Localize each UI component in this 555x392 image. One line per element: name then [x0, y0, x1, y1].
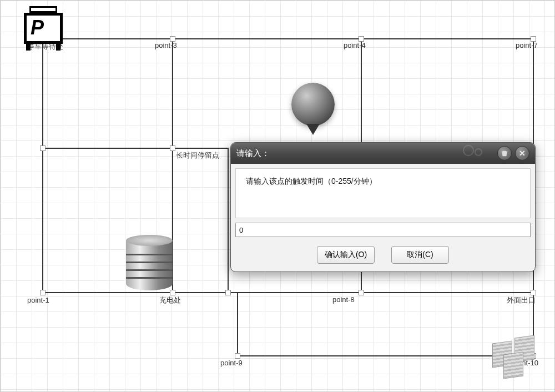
map-edge: [237, 292, 238, 356]
parking-icon: P: [18, 6, 68, 51]
dialog-prompt-text: 请输入该点的触发时间（0-255/分钟）: [246, 177, 520, 187]
node-point-8[interactable]: [359, 290, 364, 295]
label-point-3: point-3: [155, 41, 177, 49]
label-point-4: point-4: [344, 41, 366, 49]
dialog-close-button[interactable]: ✕: [515, 146, 529, 160]
map-edge: [42, 38, 43, 294]
map-edge: [42, 38, 534, 39]
pallets-icon: [492, 336, 536, 372]
trigger-time-input[interactable]: [235, 223, 531, 237]
input-dialog: 请输入： ✕ 请输入该点的触发时间（0-255/分钟） 确认输入(O) 取消(C…: [230, 142, 536, 272]
node-point-1[interactable]: [40, 290, 46, 295]
node-point-9[interactable]: [235, 353, 240, 359]
label-point-1: point-1: [27, 296, 49, 304]
label-exit-point: 外面出口: [507, 295, 536, 305]
node-stay[interactable]: [40, 145, 46, 151]
label-point-8: point-8: [332, 295, 355, 304]
label-charge-point: 充电处: [159, 295, 181, 305]
label-stay-point: 长时间停留点: [176, 150, 219, 160]
map-edge: [42, 292, 534, 293]
node-intersection[interactable]: [170, 145, 175, 151]
cancel-button[interactable]: 取消(C): [391, 246, 449, 264]
dialog-body: 请输入该点的触发时间（0-255/分钟）: [235, 168, 531, 218]
dialog-title: 请输入：: [236, 148, 494, 159]
node-charge[interactable]: [170, 290, 175, 295]
dialog-delete-button[interactable]: [497, 146, 512, 160]
map-edge: [42, 148, 229, 149]
node-exit[interactable]: [531, 290, 536, 295]
grid-canvas[interactable]: point-1 point-3 point-4 point-7 point-8 …: [0, 0, 555, 392]
node-point-8-join[interactable]: [225, 290, 231, 295]
close-icon: ✕: [519, 149, 526, 158]
map-edge: [228, 148, 229, 293]
database-icon: [126, 235, 173, 290]
trash-icon: [501, 149, 508, 157]
confirm-button[interactable]: 确认输入(O): [317, 246, 375, 264]
map-edge: [237, 355, 534, 356]
dialog-titlebar[interactable]: 请输入： ✕: [231, 143, 535, 164]
label-point-9: point-9: [220, 359, 243, 367]
location-marker-icon[interactable]: [291, 83, 335, 126]
label-point-7: point-7: [516, 41, 538, 49]
